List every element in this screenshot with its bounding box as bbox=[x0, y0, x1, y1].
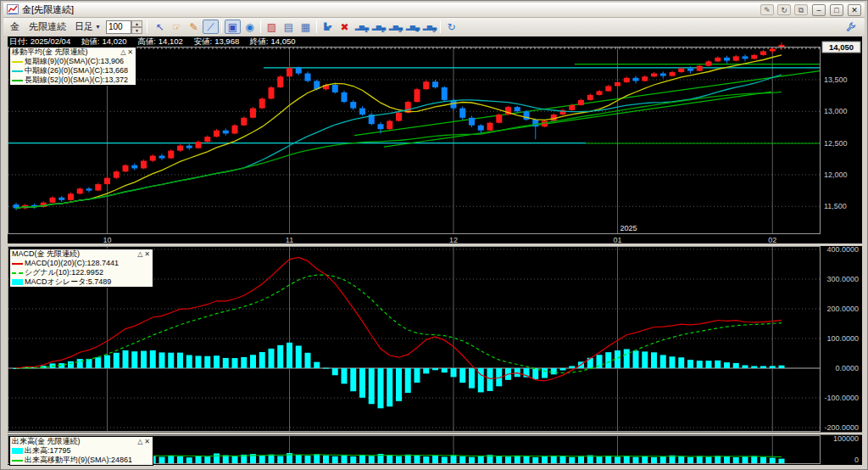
svg-text:10: 10 bbox=[103, 236, 111, 244]
app-chart-icon bbox=[7, 3, 19, 18]
price-axis-labels: 13,50013,00012,50012,00011,500 bbox=[824, 76, 848, 210]
svg-text:0.0000: 0.0000 bbox=[835, 364, 859, 372]
svg-text:-100.0000: -100.0000 bbox=[824, 394, 859, 402]
close-button[interactable]: ✕ bbox=[848, 4, 861, 16]
legend-item: シグナル(10):122.9952 bbox=[10, 268, 153, 277]
svg-text:12: 12 bbox=[449, 236, 458, 244]
layout-2-icon[interactable]: ▂▅▃2 bbox=[370, 20, 387, 34]
ma-legend: 移動平均(金 先限連続) △ ✕ 短期線(9)(0)(SMA)(C):13,90… bbox=[9, 47, 136, 86]
pan-tool-icon[interactable]: ☞ bbox=[169, 20, 185, 34]
symbol-label[interactable]: 金 bbox=[7, 20, 23, 33]
maximize-button[interactable]: □ bbox=[830, 4, 843, 16]
draw-tool-icon[interactable]: ✎ bbox=[186, 20, 202, 34]
legend-item: 出来高移動平均(9)(SMA):24861 bbox=[10, 456, 153, 465]
chart-cursor-tool-icon[interactable]: ▣ bbox=[225, 20, 241, 34]
macd-axis-labels: 400.0000300.0000200.0000100.00000.0000-1… bbox=[824, 245, 859, 432]
minimize-button[interactable]: – bbox=[812, 4, 826, 16]
layout-1-icon[interactable]: ▂▅▃1 bbox=[353, 20, 370, 34]
zoom-tool-icon[interactable]: ◉ bbox=[242, 20, 258, 34]
svg-text:100.0000: 100.0000 bbox=[826, 334, 859, 343]
chevron-down-icon: ▼ bbox=[95, 24, 101, 30]
legend-item: 中期線(26)(0)(SMA)(C):13,668 bbox=[10, 66, 136, 76]
legend-item: 長期線(52)(0)(SMA)(C):13,372 bbox=[10, 76, 136, 85]
ma-legend-title: 移動平均(金 先限連続) bbox=[12, 48, 120, 57]
svg-text:0: 0 bbox=[854, 456, 859, 464]
ma-legend-close-icon[interactable]: ✕ bbox=[126, 48, 134, 56]
layout-4-icon[interactable]: ▂▅▃4 bbox=[404, 20, 420, 34]
layout-5-icon[interactable]: ▂▅▃5 bbox=[421, 20, 437, 34]
remove-indicator-icon[interactable]: ✖ bbox=[337, 20, 353, 34]
pen-icon[interactable]: ✎ bbox=[760, 4, 774, 15]
refresh-window-icon[interactable]: ↻ bbox=[777, 4, 791, 15]
trendline-tool-icon[interactable]: ⟋ bbox=[203, 20, 219, 34]
svg-text:200.0000: 200.0000 bbox=[826, 305, 859, 313]
grid-dense-icon[interactable]: ▦ bbox=[298, 20, 314, 34]
volume-legend: 出来高(金 先限連続) △ ✕ 出来高:17795出来高移動平均(9)(SMA)… bbox=[9, 436, 153, 466]
legend-item: 出来高:17795 bbox=[10, 446, 153, 456]
svg-text:12,500: 12,500 bbox=[824, 139, 848, 148]
svg-text:11,500: 11,500 bbox=[824, 202, 847, 210]
macd-legend-collapse-icon[interactable]: △ bbox=[136, 250, 143, 258]
titlebar: 金[先限連続] ✎ ↻ ⧉ – □ ✕ bbox=[3, 3, 865, 18]
chart-window-icon[interactable]: ▨ bbox=[264, 20, 280, 34]
svg-text:12,000: 12,000 bbox=[824, 171, 848, 179]
volume-axis-labels: 1000000 bbox=[833, 434, 859, 464]
svg-text:01: 01 bbox=[613, 236, 621, 244]
current-price-marker: 14,050 bbox=[822, 42, 860, 53]
svg-text:14,050: 14,050 bbox=[829, 42, 854, 52]
svg-text:11: 11 bbox=[286, 236, 293, 244]
volume-legend-close-icon[interactable]: ✕ bbox=[143, 438, 151, 445]
wrench-icon[interactable] bbox=[845, 20, 856, 33]
spin-down-icon[interactable]: ▼ bbox=[131, 27, 142, 34]
svg-text:300.0000: 300.0000 bbox=[826, 275, 859, 283]
legend-item: MACDオシレータ:5.7489 bbox=[10, 277, 153, 287]
macd-legend-close-icon[interactable]: ✕ bbox=[143, 250, 151, 258]
bars-count-stepper: ▲ ▼ bbox=[106, 20, 142, 34]
legend-item: 短期線(9)(0)(SMA)(C):13,906 bbox=[10, 57, 136, 66]
grid-sparse-icon[interactable]: ▤ bbox=[281, 20, 297, 34]
svg-text:13,000: 13,000 bbox=[824, 107, 848, 115]
svg-text:400.0000: 400.0000 bbox=[826, 245, 859, 254]
toolbar: 金 先限連続 日足 ▼ ▲ ▼ ↖☞✎⟋▣◉▨▤▦▙▾✖▂▅▃1▂▅▃2▂▅▃3… bbox=[3, 18, 865, 36]
volume-legend-collapse-icon[interactable]: △ bbox=[136, 438, 143, 445]
svg-text:13,500: 13,500 bbox=[824, 76, 848, 84]
app-window: 金[先限連続] ✎ ↻ ⧉ – □ ✕ 金 先限連続 日足 ▼ ▲ ▼ ↖☞✎⟋… bbox=[0, 0, 868, 470]
contract-label[interactable]: 先限連続 bbox=[25, 20, 70, 33]
svg-text:02: 02 bbox=[768, 236, 776, 244]
duplicate-icon[interactable]: ⧉ bbox=[794, 4, 808, 15]
select-tool-icon[interactable]: ↖ bbox=[152, 20, 168, 34]
bars-count-input[interactable] bbox=[106, 20, 131, 34]
toolbar-icons: ↖☞✎⟋▣◉▨▤▦▙▾✖▂▅▃1▂▅▃2▂▅▃3▂▅▃4▂▅▃5↻ bbox=[152, 20, 459, 34]
macd-legend: MACD(金 先限連続) △ ✕ MACD(10)(20)(C):128.744… bbox=[9, 249, 153, 288]
refresh-chart-icon[interactable]: ↻ bbox=[443, 20, 459, 34]
add-indicator-icon[interactable]: ▙▾ bbox=[320, 20, 336, 34]
macd-legend-title: MACD(金 先限連続) bbox=[12, 249, 136, 259]
macd-histogram-layer bbox=[14, 343, 785, 408]
legend-item: MACD(10)(20)(C):128.7441 bbox=[10, 259, 153, 268]
svg-text:-200.0000: -200.0000 bbox=[824, 423, 859, 432]
svg-text:100000: 100000 bbox=[833, 434, 859, 443]
chart-area: 日付:2025/02/04 始値:14,020 高値:14,102 安値:13,… bbox=[8, 36, 862, 465]
window-title: 金[先限連続] bbox=[22, 3, 74, 16]
svg-text:2025: 2025 bbox=[620, 224, 637, 232]
ma-legend-collapse-icon[interactable]: △ bbox=[120, 48, 126, 56]
timeframe-select[interactable]: 日足 ▼ bbox=[72, 20, 103, 33]
volume-legend-title: 出来高(金 先限連続) bbox=[12, 437, 136, 446]
layout-3-icon[interactable]: ▂▅▃3 bbox=[387, 20, 403, 34]
spin-up-icon[interactable]: ▲ bbox=[131, 20, 142, 27]
